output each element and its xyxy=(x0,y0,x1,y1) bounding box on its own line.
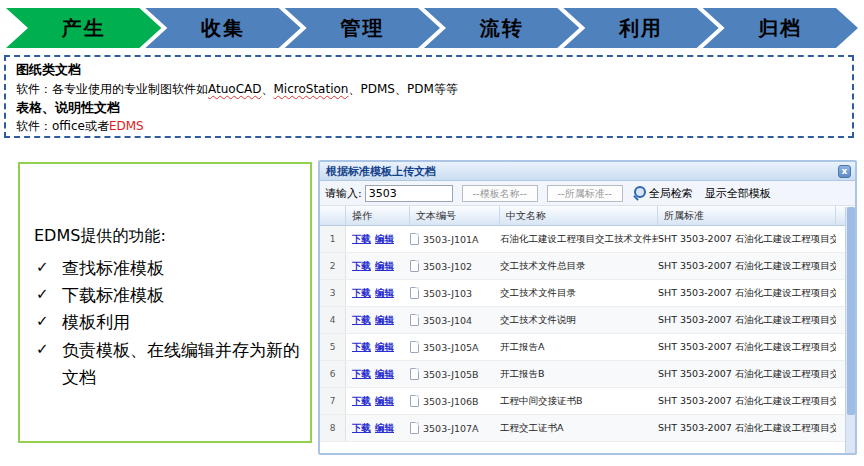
note-title-tables: 表格、说明性文档 xyxy=(16,98,842,118)
upload-dialog: 根据标准模板上传文档 x 请输入: --模板名称-- --所属标准-- 全局检索… xyxy=(318,160,857,455)
edit-link[interactable]: 编辑 xyxy=(375,422,394,433)
document-icon xyxy=(410,314,419,326)
header-doc-code[interactable]: 文本编号 xyxy=(410,206,500,225)
doc-code-text: 3503-J106B xyxy=(423,396,479,407)
template-name-filter[interactable]: --模板名称-- xyxy=(462,185,538,202)
standard-filter[interactable]: --所属标准-- xyxy=(547,185,623,202)
check-icon: ✓ xyxy=(36,337,49,361)
edit-link[interactable]: 编辑 xyxy=(375,341,394,352)
row-actions: 下载编辑 xyxy=(346,422,410,435)
dialog-toolbar: 请输入: --模板名称-- --所属标准-- 全局检索 显示全部模板 xyxy=(320,181,855,206)
row-number: 2 xyxy=(320,253,346,279)
flow-step-label: 管理 xyxy=(340,15,384,42)
row-actions: 下载编辑 xyxy=(346,395,410,408)
global-search-button[interactable]: 全局检索 xyxy=(649,186,693,201)
edit-link[interactable]: 编辑 xyxy=(375,314,394,325)
doc-code-text: 3503-J104 xyxy=(423,315,472,326)
document-icon xyxy=(410,341,419,353)
row-doc-code: 3503-J105B xyxy=(410,368,500,380)
row-number: 4 xyxy=(320,307,346,333)
note-software-atuocad: AtuoCAD xyxy=(208,82,261,96)
feature-item: ✓ 负责模板、在线编辑并存为新的文档 xyxy=(34,337,300,391)
scrollbar-thumb[interactable] xyxy=(847,207,855,415)
download-link[interactable]: 下载 xyxy=(352,422,371,433)
document-icon xyxy=(410,368,419,380)
download-link[interactable]: 下载 xyxy=(352,260,371,271)
table-row[interactable]: 7 下载编辑 3503-J106B 工程中间交接证书B SHT 3503-200… xyxy=(320,388,855,415)
note-software-microstation: MicroStation xyxy=(273,82,348,96)
flow-step-label: 利用 xyxy=(619,15,663,42)
doc-code-text: 3503-J105A xyxy=(423,342,479,353)
table-row[interactable]: 4 下载编辑 3503-J104 交工技术文件说明 SHT 3503-2007 … xyxy=(320,307,855,334)
feature-item-label: 负责模板、在线编辑并存为新的文档 xyxy=(62,340,300,387)
process-flow: 产生 收集 管理 流转 利用 归档 xyxy=(6,8,858,48)
dialog-title: 根据标准模板上传文档 xyxy=(326,164,436,179)
header-chinese-name[interactable]: 中文名称 xyxy=(500,206,658,225)
table-row[interactable]: 5 下载编辑 3503-J105A 开工报告A SHT 3503-2007 石油… xyxy=(320,334,855,361)
row-chinese-name: 交工技术文件目录 xyxy=(500,287,658,300)
vertical-scrollbar[interactable] xyxy=(845,207,855,455)
search-input[interactable] xyxy=(365,185,453,202)
flow-step-chevron: 管理 xyxy=(285,8,440,48)
show-all-templates-button[interactable]: 显示全部模板 xyxy=(705,186,771,201)
note-line-office-software: 软件：office或者EDMS xyxy=(16,117,842,135)
table-row[interactable]: 8 下载编辑 3503-J107A 工程交工证书A SHT 3503-2007 … xyxy=(320,415,855,442)
row-chinese-name: 开工报告B xyxy=(500,368,658,381)
row-chinese-name: 工程交工证书A xyxy=(500,422,658,435)
feature-item: ✓ 模板利用 xyxy=(34,309,300,336)
row-doc-code: 3503-J101A xyxy=(410,233,500,245)
row-chinese-name: 工程中间交接证书B xyxy=(500,395,658,408)
check-icon: ✓ xyxy=(36,309,49,333)
flow-step-chevron: 产生 xyxy=(6,8,161,48)
row-number: 7 xyxy=(320,388,346,414)
row-standard: SHT 3503-2007 石油化工建设工程项目交工... xyxy=(658,260,836,273)
row-standard: SHT 3503-2007 石油化工建设工程项目交工... xyxy=(658,395,836,408)
download-link[interactable]: 下载 xyxy=(352,368,371,379)
header-standard[interactable]: 所属标准 xyxy=(658,206,836,225)
edms-features-title: EDMS提供的功能: xyxy=(34,226,300,247)
row-actions: 下载编辑 xyxy=(346,287,410,300)
row-doc-code: 3503-J104 xyxy=(410,314,500,326)
flow-step-chevron: 利用 xyxy=(563,8,718,48)
note-text: 、PDMS、PDM等等 xyxy=(348,82,457,96)
header-action[interactable]: 操作 xyxy=(346,206,410,225)
doc-code-text: 3503-J102 xyxy=(423,261,472,272)
download-link[interactable]: 下载 xyxy=(352,395,371,406)
row-actions: 下载编辑 xyxy=(346,341,410,354)
table-row[interactable]: 6 下载编辑 3503-J105B 开工报告B SHT 3503-2007 石油… xyxy=(320,361,855,388)
download-link[interactable]: 下载 xyxy=(352,341,371,352)
doc-code-text: 3503-J105B xyxy=(423,369,479,380)
document-icon xyxy=(410,287,419,299)
table-row[interactable]: 2 下载编辑 3503-J102 交工技术文件总目录 SHT 3503-2007… xyxy=(320,253,855,280)
flow-step-label: 流转 xyxy=(480,15,524,42)
feature-item: ✓ 下载标准模板 xyxy=(34,282,300,309)
edit-link[interactable]: 编辑 xyxy=(375,287,394,298)
download-link[interactable]: 下载 xyxy=(352,314,371,325)
edms-features-list: ✓ 查找标准模板 ✓ 下载标准模板 ✓ 模板利用 ✓ 负责模板、在线编辑并存为新… xyxy=(34,255,300,391)
download-link[interactable]: 下载 xyxy=(352,233,371,244)
edit-link[interactable]: 编辑 xyxy=(375,368,394,379)
document-icon xyxy=(410,260,419,272)
feature-item: ✓ 查找标准模板 xyxy=(34,255,300,282)
edit-link[interactable]: 编辑 xyxy=(375,233,394,244)
row-chinese-name: 石油化工建设工程项目交工技术文件封面A xyxy=(500,233,658,246)
edit-link[interactable]: 编辑 xyxy=(375,395,394,406)
row-standard: SHT 3503-2007 石油化工建设工程项目交工... xyxy=(658,287,836,300)
flow-step-label: 归档 xyxy=(758,15,802,42)
close-icon[interactable]: x xyxy=(838,165,851,178)
search-icon[interactable] xyxy=(633,186,647,200)
table-row[interactable]: 3 下载编辑 3503-J103 交工技术文件目录 SHT 3503-2007 … xyxy=(320,280,855,307)
note-text: 软件：各专业使用的专业制图软件如 xyxy=(16,82,208,96)
download-link[interactable]: 下载 xyxy=(352,287,371,298)
feature-item-label: 下载标准模板 xyxy=(62,285,164,305)
row-number: 1 xyxy=(320,226,346,252)
note-sep: 、 xyxy=(261,82,273,96)
edit-link[interactable]: 编辑 xyxy=(375,260,394,271)
table-row[interactable]: 1 下载编辑 3503-J101A 石油化工建设工程项目交工技术文件封面A SH… xyxy=(320,226,855,253)
row-actions: 下载编辑 xyxy=(346,314,410,327)
note-edms-highlight: EDMS xyxy=(109,119,144,133)
row-standard: SHT 3503-2007 石油化工建设工程项目交工... xyxy=(658,341,836,354)
check-icon: ✓ xyxy=(36,255,49,279)
row-doc-code: 3503-J106B xyxy=(410,395,500,407)
row-chinese-name: 交工技术文件总目录 xyxy=(500,260,658,273)
